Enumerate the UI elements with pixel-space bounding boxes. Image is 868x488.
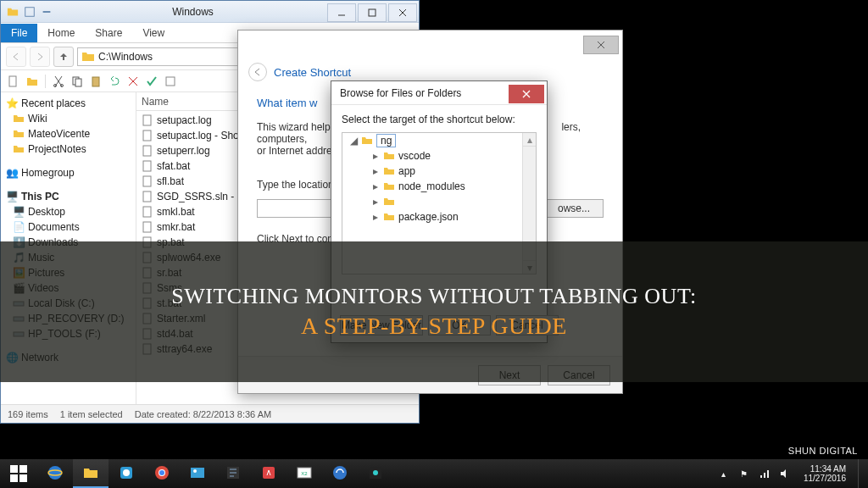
folder-icon	[383, 150, 395, 162]
wizard-back-button[interactable]	[248, 63, 267, 81]
tree-node[interactable]: ▸	[342, 194, 536, 209]
tray-flag-icon[interactable]: ⚑	[737, 467, 751, 480]
file-icon	[142, 221, 153, 233]
homegroup-icon: 👥	[6, 167, 18, 179]
scroll-up-icon[interactable]: ▴	[523, 133, 536, 147]
qat-dropdown-icon[interactable]	[40, 5, 53, 19]
tool-delete-icon[interactable]	[125, 74, 141, 89]
expand-icon[interactable]: ▸	[371, 180, 380, 192]
tab-file[interactable]: File	[1, 24, 37, 42]
nav-item[interactable]: MateoVicente	[1, 126, 136, 141]
folder-icon	[383, 211, 395, 223]
tool-cut-icon[interactable]	[51, 74, 66, 89]
svg-rect-18	[143, 161, 151, 171]
tree-node[interactable]: ▸package.json	[342, 209, 536, 225]
tab-share[interactable]: Share	[85, 24, 132, 42]
nav-back-button[interactable]	[6, 47, 26, 67]
folder-icon	[383, 165, 395, 177]
status-bar: 169 items 1 item selected Date created: …	[1, 404, 419, 423]
address-bar[interactable]: C:\Windows	[77, 47, 259, 66]
tool-undo-icon[interactable]	[107, 74, 122, 89]
tool-copy-icon[interactable]	[70, 74, 85, 89]
svg-rect-1	[369, 9, 376, 16]
expand-icon[interactable]: ▸	[371, 150, 380, 162]
tree-node[interactable]: ▸node_modules	[342, 179, 536, 194]
expand-icon[interactable]: ▸	[371, 211, 380, 223]
maximize-button[interactable]	[358, 3, 387, 22]
tree-node-root[interactable]: ◢ ng	[342, 133, 536, 148]
show-desktop-button[interactable]	[858, 459, 865, 488]
taskbar-app-sound[interactable]	[251, 459, 287, 488]
tool-paste-icon[interactable]	[88, 74, 103, 89]
wizard-browse-button[interactable]: owse...	[544, 199, 604, 218]
svg-point-37	[159, 470, 164, 475]
tray-clock[interactable]: 11:34 AM 11/27/2016	[798, 464, 851, 483]
svg-rect-38	[191, 468, 204, 478]
tool-new-icon[interactable]	[6, 74, 21, 89]
file-icon	[142, 175, 153, 187]
tray-chevron-up-icon[interactable]: ▴	[717, 467, 731, 480]
taskbar-app-dark[interactable]	[358, 459, 393, 488]
nav-homegroup[interactable]: 👥Homegroup	[1, 165, 136, 180]
tool-open-icon[interactable]	[25, 74, 40, 89]
nav-item[interactable]: 🖥️Desktop	[1, 204, 136, 219]
file-name: setuperr.log	[157, 145, 210, 157]
folder-icon	[6, 5, 19, 19]
taskbar-app-blue[interactable]	[108, 459, 144, 488]
file-icon	[142, 145, 153, 157]
tree-node-label: app	[398, 165, 415, 177]
tool-check-icon[interactable]	[144, 74, 159, 89]
taskbar-x2go[interactable]: X2	[287, 459, 322, 488]
file-name: setupact.log	[157, 114, 212, 126]
svg-rect-19	[143, 176, 151, 186]
close-button[interactable]	[388, 3, 417, 22]
collapse-icon[interactable]: ◢	[349, 135, 358, 147]
tab-home[interactable]: Home	[37, 24, 85, 42]
svg-rect-20	[143, 191, 151, 202]
browse-close-button[interactable]	[509, 85, 544, 103]
taskbar-app-editor[interactable]	[215, 459, 251, 488]
tab-view[interactable]: View	[132, 24, 175, 42]
wizard-title: Create Shortcut	[274, 66, 351, 79]
desktop-icon: 🖥️	[13, 206, 25, 218]
tree-node[interactable]: ▸vscode	[342, 148, 536, 164]
status-selected: 1 item selected	[60, 409, 123, 419]
nav-item[interactable]: ProjectNotes	[1, 141, 136, 157]
wizard-titlebar[interactable]	[238, 30, 622, 59]
expand-icon[interactable]: ▸	[371, 165, 380, 177]
nav-forward-button[interactable]	[30, 47, 50, 67]
file-icon	[142, 206, 153, 218]
file-name: smkr.bat	[157, 221, 195, 233]
nav-this-pc[interactable]: 🖥️This PC	[1, 189, 136, 204]
nav-up-button[interactable]	[53, 47, 74, 67]
svg-rect-5	[9, 76, 16, 86]
svg-rect-17	[143, 146, 151, 156]
star-icon: ⭐	[6, 97, 18, 109]
explorer-titlebar[interactable]: Windows	[1, 1, 419, 23]
taskbar-explorer[interactable]	[73, 459, 108, 488]
svg-rect-10	[92, 77, 99, 86]
qat-props-icon[interactable]	[23, 5, 36, 19]
tray-volume-icon[interactable]	[778, 467, 792, 480]
tray-network-icon[interactable]	[758, 467, 771, 480]
tool-prop-icon[interactable]	[163, 74, 178, 89]
taskbar[interactable]: X2 ▴ ⚑ 11:34 AM 11/27/2016	[0, 459, 868, 488]
nav-item[interactable]: Wiki	[1, 111, 136, 126]
system-tray[interactable]: ▴ ⚑ 11:34 AM 11/27/2016	[714, 459, 868, 488]
pc-icon: 🖥️	[6, 191, 18, 202]
explorer-title: Windows	[58, 6, 327, 18]
tree-node[interactable]: ▸app	[342, 164, 536, 179]
taskbar-ie[interactable]	[37, 459, 73, 488]
taskbar-app-cyan[interactable]	[322, 459, 358, 488]
expand-icon[interactable]: ▸	[371, 196, 380, 208]
folder-icon	[383, 180, 395, 192]
status-date: Date created: 8/22/2013 8:36 AM	[135, 409, 271, 419]
browse-titlebar[interactable]: Browse for Files or Folders	[331, 81, 547, 105]
wizard-close-button[interactable]	[583, 36, 619, 54]
taskbar-chrome[interactable]	[144, 459, 180, 488]
taskbar-app-pics[interactable]	[180, 459, 215, 488]
nav-recent-places[interactable]: ⭐Recent places	[1, 96, 136, 111]
start-button[interactable]	[0, 459, 37, 488]
nav-item[interactable]: 📄Documents	[1, 219, 136, 235]
minimize-button[interactable]	[327, 3, 356, 22]
